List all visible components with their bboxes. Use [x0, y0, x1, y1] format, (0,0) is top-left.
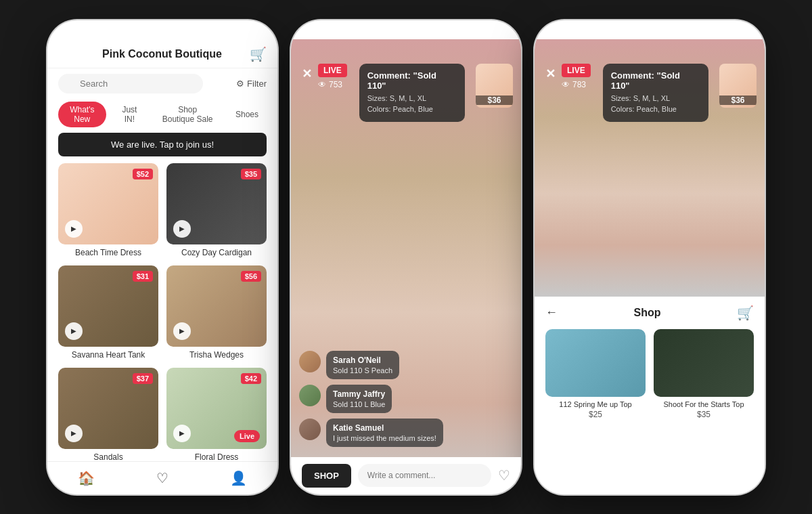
- product-name: Savanna Heart Tank: [58, 350, 158, 360]
- nav-home-icon[interactable]: 🏠: [78, 470, 95, 486]
- comment-colors: Colors: Peach, Blue: [367, 104, 457, 115]
- phone1-inner: Pink Coconut Boutique 🛒 🔍 ⚙ Filter What'…: [47, 39, 277, 494]
- product-price: $36: [476, 95, 513, 105]
- list-item[interactable]: $42 ▶ Live Floral Dress: [166, 368, 267, 461]
- tab-whats-new[interactable]: What's New: [58, 102, 106, 127]
- product-name: Beach Time Dress: [58, 248, 158, 257]
- stream-top: ✕ LIVE 👁 783 Comment: "Sold 110": [535, 39, 765, 297]
- live-product-thumbnail[interactable]: $36: [476, 64, 513, 108]
- tab-shoes[interactable]: Shoes: [227, 102, 267, 127]
- product-name: Floral Dress: [166, 452, 267, 461]
- chat-text: Sold 110 S Peach: [333, 366, 392, 374]
- comment-input[interactable]: [358, 464, 491, 487]
- price-tag: $42: [241, 373, 261, 384]
- phone1-header: Pink Coconut Boutique 🛒: [47, 39, 277, 68]
- chat-text: Sold 110 L Blue: [333, 400, 385, 408]
- shop-product-price: $35: [697, 410, 710, 419]
- filter-button[interactable]: ⚙ Filter: [236, 79, 267, 89]
- price-tag: $37: [133, 373, 153, 384]
- shop-panel: ← Shop 🛒 112 Spring Me up Top $25 Shoot …: [535, 297, 765, 494]
- nav-heart-icon[interactable]: ♡: [156, 470, 168, 486]
- list-item[interactable]: $56 ▶ Trisha Wedges: [166, 265, 267, 360]
- live-comment-box: Comment: "Sold 110" Sizes: S, M, L, XL C…: [359, 64, 465, 122]
- list-item[interactable]: $52 ▶ Beach Time Dress: [58, 163, 158, 257]
- product-image-tank: $31 ▶: [58, 265, 158, 347]
- products-grid: $52 ▶ Beach Time Dress $35 ▶ Cozy Day Ca…: [47, 163, 277, 461]
- search-wrapper: 🔍: [58, 74, 231, 93]
- product-image-dress: $52 ▶: [58, 163, 158, 244]
- close-button[interactable]: ✕: [302, 66, 312, 81]
- play-button[interactable]: ▶: [173, 322, 191, 340]
- shop-panel-header: ← Shop 🛒: [545, 305, 754, 321]
- tab-just-in[interactable]: Just IN!: [112, 102, 148, 127]
- avatar: [299, 385, 321, 406]
- search-bar: 🔍 ⚙ Filter: [58, 74, 267, 93]
- play-button[interactable]: ▶: [65, 425, 83, 442]
- phone-boutique: Pink Coconut Boutique 🛒 🔍 ⚙ Filter What'…: [47, 20, 277, 494]
- nav-profile-icon[interactable]: 👤: [230, 470, 247, 486]
- shop-product-name: Shoot For the Starts Top: [663, 400, 744, 408]
- tab-boutique-sale[interactable]: Shop Boutique Sale: [153, 102, 222, 127]
- chat-area: Sarah O'Neil Sold 110 S Peach Tammy Jaff…: [299, 351, 513, 447]
- live-tag: Live: [234, 430, 260, 442]
- chat-username: Katie Samuel: [333, 423, 436, 433]
- chat-text: I just missed the medium sizes!: [333, 434, 436, 442]
- eye-icon: 👁: [318, 80, 326, 89]
- product-image-sandals: $37 ▶: [58, 368, 158, 449]
- shop-panel-title: Shop: [634, 307, 661, 319]
- list-item[interactable]: $35 ▶ Cozy Day Cardigan: [166, 163, 267, 257]
- close-button[interactable]: ✕: [545, 66, 556, 81]
- chat-message: Tammy Jaffry Sold 110 L Blue: [299, 385, 513, 413]
- product-name: Sandals: [58, 452, 158, 461]
- viewer-count: 783: [572, 80, 586, 89]
- chat-message: Sarah O'Neil Sold 110 S Peach: [299, 351, 513, 379]
- product-image-cardigan: $35 ▶: [166, 163, 267, 244]
- live-comment-box: Comment: "Sold 110" Sizes: S, M, L, XL C…: [603, 64, 708, 122]
- shop-product-name: 112 Spring Me up Top: [559, 400, 631, 408]
- play-button[interactable]: ▶: [65, 322, 83, 340]
- shop-products-grid: 112 Spring Me up Top $25 Shoot For the S…: [545, 329, 754, 419]
- shop-product-price: $25: [589, 410, 602, 419]
- phone-shop-panel: ✕ LIVE 👁 783 Comment: "Sold 110": [535, 20, 765, 494]
- shop-bar: SHOP ♡: [291, 457, 521, 494]
- chat-bubble: Tammy Jaffry Sold 110 L Blue: [326, 385, 392, 413]
- product-name: Trisha Wedges: [166, 350, 267, 360]
- price-tag: $35: [241, 169, 261, 179]
- comment-title: Comment: "Sold 110": [367, 70, 457, 91]
- list-item[interactable]: $37 ▶ Sandals: [58, 368, 158, 461]
- play-button[interactable]: ▶: [173, 425, 191, 442]
- play-button[interactable]: ▶: [173, 220, 191, 238]
- bottom-nav: 🏠 ♡ 👤: [47, 461, 277, 494]
- comment-sizes: Sizes: S, M, L, XL: [367, 93, 457, 104]
- list-item[interactable]: $31 ▶ Savanna Heart Tank: [58, 265, 158, 360]
- product-name: Cozy Day Cardigan: [166, 248, 267, 257]
- phones-container: Pink Coconut Boutique 🛒 🔍 ⚙ Filter What'…: [47, 20, 765, 494]
- filter-icon: ⚙: [236, 79, 244, 89]
- shop-product-image: [545, 329, 646, 397]
- shop-button[interactable]: SHOP: [302, 464, 351, 488]
- eye-icon: 👁: [562, 80, 570, 89]
- shop-product-image: [654, 329, 754, 397]
- list-item[interactable]: Shoot For the Starts Top $35: [654, 329, 754, 419]
- comment-title: Comment: "Sold 110": [611, 70, 700, 91]
- product-image-wedges: $56 ▶: [166, 265, 267, 347]
- list-item[interactable]: 112 Spring Me up Top $25: [545, 329, 646, 419]
- live-product-thumbnail[interactable]: $36: [719, 64, 757, 108]
- chat-message: Katie Samuel I just missed the medium si…: [299, 419, 513, 447]
- live-banner[interactable]: We are live. Tap to join us!: [58, 133, 267, 156]
- back-button[interactable]: ←: [545, 305, 558, 320]
- phone-live-stream: ✕ LIVE 👁 753 Comment: "Sold 110" Sizes: …: [291, 20, 521, 494]
- shop-title: Pink Coconut Boutique: [102, 48, 222, 60]
- search-input[interactable]: [58, 74, 203, 93]
- product-price: $36: [719, 95, 757, 105]
- chat-bubble: Katie Samuel I just missed the medium si…: [326, 419, 443, 447]
- cart-icon[interactable]: 🛒: [250, 46, 267, 62]
- phone3-inner: ✕ LIVE 👁 783 Comment: "Sold 110": [535, 39, 765, 494]
- heart-icon[interactable]: ♡: [498, 467, 510, 484]
- chat-bubble: Sarah O'Neil Sold 110 S Peach: [326, 351, 399, 379]
- play-button[interactable]: ▶: [65, 220, 83, 238]
- chat-username: Tammy Jaffry: [333, 389, 385, 399]
- cart-icon[interactable]: 🛒: [737, 305, 754, 321]
- tabs-bar: What's New Just IN! Shop Boutique Sale S…: [47, 99, 277, 133]
- avatar: [299, 419, 321, 440]
